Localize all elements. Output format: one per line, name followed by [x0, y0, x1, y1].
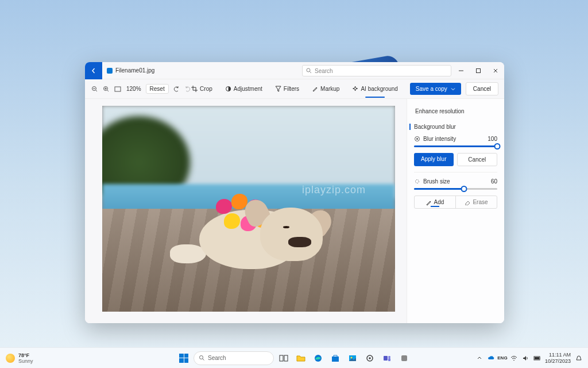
filters-icon — [275, 86, 281, 92]
back-button[interactable] — [85, 62, 102, 79]
brush-size-label: Brush size — [423, 178, 450, 185]
taskbar-app-explorer[interactable] — [293, 351, 308, 366]
search-placeholder: Search — [315, 68, 333, 74]
background-blur-section-header[interactable]: Background blur — [409, 124, 497, 130]
brush-icon — [414, 178, 420, 185]
taskbar-weather-widget[interactable]: 78°F Sunny — [0, 352, 33, 364]
eraser-icon — [465, 200, 470, 205]
edited-photo[interactable]: iplayzip.com — [102, 106, 395, 312]
taskbar-app-edge[interactable] — [311, 351, 326, 366]
taskbar: 78°F Sunny Search ENG 11:11 AM 10/27/202… — [0, 347, 588, 368]
folder-icon — [296, 354, 305, 363]
crop-icon — [191, 86, 198, 92]
svg-point-7 — [416, 138, 418, 140]
photos-icon — [348, 354, 357, 363]
pen-add-icon — [426, 200, 432, 205]
svg-rect-25 — [540, 357, 540, 359]
task-view-button[interactable] — [276, 351, 291, 366]
search-icon — [199, 355, 205, 361]
tray-notifications-icon[interactable] — [575, 355, 582, 362]
taskbar-app-generic[interactable] — [397, 351, 412, 366]
svg-rect-13 — [332, 356, 339, 362]
editor-toolbar: 120% Reset Crop Adjustment Filters Marku… — [85, 79, 504, 99]
svg-rect-1 — [477, 68, 481, 72]
search-icon — [306, 68, 312, 74]
cancel-blur-button[interactable]: Cancel — [457, 153, 498, 166]
photos-app-window: Filename01.jpg Search 120% Reset Crop Ad — [85, 62, 504, 323]
tab-filters[interactable]: Filters — [274, 83, 300, 94]
brush-mode-add[interactable]: Add — [415, 196, 455, 208]
svg-point-9 — [200, 356, 203, 359]
brush-size-slider[interactable] — [414, 188, 497, 190]
svg-rect-24 — [535, 357, 539, 359]
taskbar-app-settings[interactable] — [362, 351, 377, 366]
task-view-icon — [279, 354, 288, 363]
chevron-left-icon — [91, 68, 96, 74]
taskbar-app-photos[interactable] — [345, 351, 360, 366]
tab-markup[interactable]: Markup — [311, 83, 341, 94]
clock-time: 11:11 AM — [545, 352, 571, 358]
clock-date: 10/27/2023 — [545, 358, 571, 364]
svg-rect-11 — [284, 355, 288, 361]
blur-intensity-value: 100 — [488, 136, 497, 142]
tab-crop[interactable]: Crop — [190, 83, 214, 94]
brush-mode-erase[interactable]: Erase — [455, 196, 497, 208]
app-icon — [400, 354, 409, 363]
blur-intensity-slider[interactable] — [414, 145, 497, 147]
sun-icon — [6, 354, 15, 363]
zoom-percent-label: 120% — [125, 86, 142, 92]
tray-battery-icon[interactable] — [533, 355, 540, 362]
enhance-resolution-item[interactable]: Enhance resolution — [414, 105, 497, 118]
svg-rect-10 — [280, 355, 283, 361]
svg-point-22 — [513, 359, 514, 361]
weather-condition: Sunny — [18, 358, 33, 364]
watermark-text: iplayzip.com — [302, 184, 366, 196]
svg-point-17 — [369, 357, 371, 359]
minimize-button[interactable] — [452, 62, 470, 79]
blur-icon — [414, 136, 420, 142]
markup-icon — [312, 86, 318, 92]
tray-language-icon[interactable]: ENG — [499, 355, 506, 362]
svg-rect-4 — [115, 87, 121, 91]
zoom-out-button[interactable] — [91, 85, 99, 93]
undo-button[interactable] — [172, 85, 180, 93]
tab-ai-background[interactable]: AI background — [351, 83, 399, 94]
taskbar-app-store[interactable] — [328, 351, 343, 366]
cancel-button[interactable]: Cancel — [466, 82, 498, 95]
reset-button[interactable]: Reset — [146, 84, 169, 94]
apply-blur-button[interactable]: Apply blur — [414, 153, 454, 166]
start-button[interactable] — [176, 351, 191, 366]
svg-rect-20 — [388, 358, 390, 361]
ai-sparkle-icon — [352, 86, 358, 92]
maximize-button[interactable] — [470, 62, 487, 79]
taskbar-search[interactable]: Search — [194, 351, 274, 365]
svg-point-8 — [416, 180, 419, 183]
chevron-down-icon — [451, 87, 455, 91]
edge-icon — [314, 354, 323, 363]
taskbar-app-teams[interactable] — [380, 351, 394, 366]
svg-point-0 — [307, 68, 310, 72]
svg-rect-18 — [384, 356, 388, 361]
svg-rect-21 — [401, 355, 407, 361]
zoom-fit-button[interactable] — [114, 85, 122, 93]
image-file-icon — [107, 68, 113, 74]
gear-icon — [365, 354, 374, 363]
titlebar-search[interactable]: Search — [302, 65, 451, 76]
tray-onedrive-icon[interactable] — [488, 355, 494, 362]
store-icon — [331, 354, 340, 363]
brush-size-value: 60 — [491, 178, 497, 185]
blur-intensity-label: Blur intensity — [423, 136, 456, 142]
windows-logo-icon — [179, 354, 188, 363]
tray-wifi-icon[interactable] — [510, 355, 517, 362]
close-button[interactable] — [487, 62, 504, 79]
image-canvas-area: iplayzip.com — [85, 99, 407, 323]
zoom-in-button[interactable] — [102, 85, 110, 93]
taskbar-clock[interactable]: 11:11 AM 10/27/2023 — [545, 352, 571, 364]
tray-chevron-up[interactable] — [476, 355, 483, 362]
tray-volume-icon[interactable] — [522, 355, 529, 362]
svg-point-19 — [388, 356, 390, 358]
titlebar: Filename01.jpg Search — [85, 62, 504, 79]
save-copy-button[interactable]: Save a copy — [410, 83, 461, 95]
file-title: Filename01.jpg — [102, 67, 159, 74]
tab-adjustment[interactable]: Adjustment — [224, 83, 264, 94]
